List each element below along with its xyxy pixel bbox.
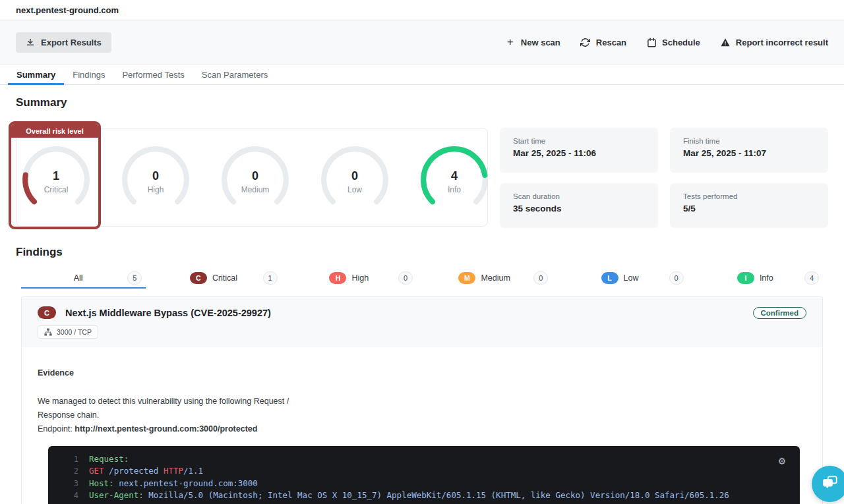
evidence-heading: Evidence — [38, 368, 806, 378]
rescan-button[interactable]: Rescan — [580, 37, 626, 47]
severity-dot-info: I — [737, 272, 754, 284]
stat-label: Tests performed — [683, 192, 815, 200]
schedule-button[interactable]: Schedule — [646, 37, 700, 47]
filter-tab-info[interactable]: IInfo4 — [688, 267, 823, 289]
calendar-icon — [646, 37, 657, 47]
stat-tests-performed: Tests performed5/5 — [670, 183, 828, 228]
severity-dot-medium: M — [458, 272, 475, 284]
token: Request: — [89, 454, 129, 464]
token: next.pentest-ground.com:3000 — [114, 478, 258, 488]
export-results-label: Export Results — [41, 38, 102, 47]
token: HTTP — [164, 466, 183, 476]
filter-label: High — [351, 273, 369, 283]
filter-label: Medium — [481, 273, 510, 283]
code-text: Request: — [89, 453, 129, 465]
severity-badge: C — [38, 306, 56, 319]
findings-section: All5CCritical1HHigh0MMedium0LLow0IInfo4 … — [21, 267, 823, 504]
toolbar-actions: +New scanRescanScheduleReport incorrect … — [505, 37, 828, 47]
chat-launcher-button[interactable] — [812, 466, 844, 502]
evidence-body: We managed to detect this vulnerability … — [38, 395, 806, 436]
filter-tab-low[interactable]: LLow0 — [552, 267, 687, 289]
filter-label: All — [74, 273, 83, 283]
port-chip: 3000 / TCP — [38, 325, 98, 339]
token: GET — [89, 466, 104, 476]
rescan-button-label: Rescan — [596, 38, 626, 47]
line-number: 1 — [48, 453, 78, 465]
gauge-high: 0High — [116, 143, 195, 222]
new-scan-button[interactable]: +New scan — [505, 37, 560, 47]
filter-label: Low — [624, 273, 639, 283]
finding-title: Next.js Middleware Bypass (CVE-2025-2992… — [65, 308, 271, 318]
token — [158, 466, 164, 476]
warning-icon — [720, 37, 731, 47]
filter-tab-critical[interactable]: CCritical1 — [146, 267, 281, 289]
gauge-low: 0Low — [315, 143, 394, 222]
summary-row: Overall risk level 1Critical0High0Medium… — [16, 128, 828, 228]
code-text: User-Agent: Mozilla/5.0 (Macintosh; Inte… — [89, 490, 729, 501]
request-code-block: 1Request:2GET /protected HTTP/1.13Host: … — [48, 446, 800, 504]
code-line: 1Request: — [48, 453, 800, 465]
tab-scan-parameters[interactable]: Scan Parameters — [193, 65, 276, 84]
rescan-icon — [580, 37, 591, 47]
report-incorrect-result-button-label: Report incorrect result — [736, 38, 828, 47]
gauge-label: High — [116, 185, 195, 194]
line-number: 3 — [48, 478, 78, 490]
gear-icon[interactable]: ⚙ — [779, 455, 785, 466]
gauge-count: 4 — [415, 169, 494, 183]
gauge-critical: 1Critical — [16, 143, 96, 222]
code-line: 5Accept: */* — [48, 502, 800, 504]
findings-heading: Findings — [16, 246, 828, 259]
filter-count: 0 — [669, 271, 684, 285]
token: Mozilla/5.0 (Macintosh; Intel Mac OS X 1… — [144, 490, 729, 500]
finding-header[interactable]: C Next.js Middleware Bypass (CVE-2025-29… — [22, 296, 822, 347]
stat-label: Start time — [513, 137, 645, 145]
stat-label: Scan duration — [513, 192, 645, 200]
scan-stats-grid: Start timeMar 25, 2025 - 11:06Finish tim… — [500, 128, 828, 228]
token — [104, 466, 109, 476]
endpoint-line: Endpoint: http://next.pentest-ground.com… — [38, 422, 806, 436]
token: Host: — [89, 478, 114, 488]
gauge-count: 0 — [116, 169, 195, 183]
gauge-count: 0 — [315, 169, 394, 183]
gauge-info: 4Info — [415, 143, 494, 222]
tab-performed-tests[interactable]: Performed Tests — [113, 65, 193, 84]
filter-tab-all[interactable]: All5 — [11, 267, 146, 289]
tab-findings[interactable]: Findings — [64, 65, 113, 84]
schedule-button-label: Schedule — [662, 38, 700, 47]
filter-tab-medium[interactable]: MMedium0 — [417, 267, 552, 289]
line-number: 2 — [48, 465, 78, 477]
target-title: next.pentest-ground.com — [16, 5, 119, 15]
new-scan-button-label: New scan — [521, 38, 560, 47]
gauge-medium: 0Medium — [216, 143, 295, 222]
code-line: 3Host: next.pentest-ground.com:3000 — [48, 478, 800, 490]
network-icon — [44, 328, 52, 336]
endpoint-label: Endpoint: — [38, 424, 75, 434]
gauge-label: Medium — [216, 185, 295, 194]
main-tabs: SummaryFindingsPerformed TestsScan Param… — [0, 65, 844, 85]
gauge-count: 1 — [16, 169, 96, 183]
gauge-label: Low — [315, 185, 394, 194]
filter-tab-high[interactable]: HHigh0 — [282, 267, 417, 289]
stat-scan-duration: Scan duration35 seconds — [500, 183, 658, 228]
export-results-button[interactable]: Export Results — [16, 32, 111, 53]
port-label: 3000 / TCP — [57, 328, 92, 336]
chat-bubbles-icon — [821, 474, 839, 495]
gauge-count: 0 — [216, 169, 295, 183]
report-incorrect-result-button[interactable]: Report incorrect result — [720, 37, 828, 47]
tab-summary[interactable]: Summary — [8, 65, 64, 84]
toolbar: Export Results +New scanRescanScheduleRe… — [0, 20, 844, 65]
filter-label: Info — [760, 273, 773, 283]
gauge-label: Critical — [16, 185, 96, 194]
filter-count: 1 — [263, 271, 278, 285]
gauge-label: Info — [415, 185, 494, 194]
code-line: 2GET /protected HTTP/1.1 — [48, 465, 800, 477]
line-number: 5 — [48, 502, 78, 504]
status-badge: Confirmed — [753, 307, 807, 319]
evidence-text-line2: Response chain. — [38, 408, 806, 422]
finding-card: C Next.js Middleware Bypass (CVE-2025-29… — [21, 296, 823, 504]
filter-count: 5 — [127, 271, 142, 285]
line-number: 4 — [48, 490, 78, 501]
code-line: 4User-Agent: Mozilla/5.0 (Macintosh; Int… — [48, 490, 800, 501]
findings-filter-tabs: All5CCritical1HHigh0MMedium0LLow0IInfo4 — [11, 267, 823, 289]
download-icon — [26, 38, 35, 47]
